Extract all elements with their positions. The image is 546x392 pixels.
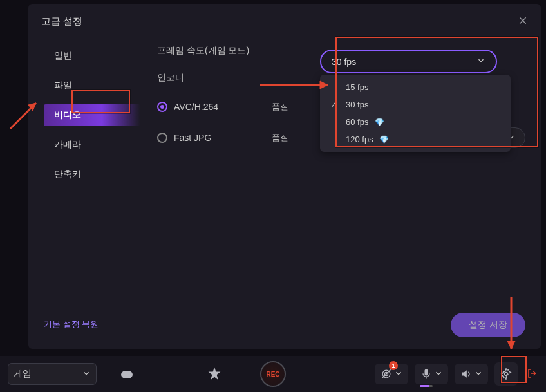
sidebar-item-general[interactable]: 일반 [44, 45, 140, 67]
record-label: REC [266, 371, 279, 378]
sidebar-item-video[interactable]: 비디오 [44, 104, 140, 126]
check-icon: ✓ [330, 100, 337, 109]
quality-label: 품질 [272, 101, 288, 113]
panel-header: 고급 설정 [28, 4, 541, 37]
sidebar-item-shortcut[interactable]: 단축키 [44, 163, 140, 185]
close-icon[interactable] [518, 15, 528, 28]
framerate-option-120[interactable]: 120 fps 💎 [320, 131, 511, 148]
reset-link[interactable]: 기본 설정 복원 [44, 319, 99, 331]
record-button[interactable]: REC [260, 361, 286, 387]
framerate-option-30[interactable]: ✓ 30 fps [320, 96, 511, 113]
encoder-radio-avc[interactable]: AVC/H.264 [157, 102, 218, 112]
chevron-down-icon [474, 369, 483, 380]
svg-rect-11 [425, 369, 428, 376]
encoder-label: 인코더 [157, 72, 267, 84]
sidebar-item-camera[interactable]: 카메라 [44, 134, 140, 156]
sidebar-item-label: 카메라 [54, 139, 81, 149]
mic-level-bar [420, 385, 433, 387]
svg-point-5 [129, 373, 130, 375]
option-label: 60 fps [346, 117, 368, 127]
quality-label: 품질 [272, 132, 288, 144]
chevron-down-icon [82, 369, 91, 380]
chevron-down-icon [476, 56, 485, 67]
sidebar-item-label: 단축키 [54, 169, 81, 179]
panel-footer: 기본 설정 복원 설정 저장 [44, 313, 525, 337]
settings-gear-button[interactable] [494, 362, 518, 386]
sidebar-item-label: 일반 [54, 50, 72, 61]
framerate-option-60[interactable]: 60 fps 💎 [320, 113, 511, 131]
divider [106, 364, 106, 384]
region-star-icon[interactable] [203, 362, 226, 386]
sidebar-item-label: 파일 [54, 80, 72, 90]
webcam-toggle[interactable]: 1 [375, 364, 408, 384]
encoder-option-label: Fast JPG [174, 133, 211, 143]
gamepad-icon[interactable] [115, 362, 138, 386]
sidebar-item-file[interactable]: 파일 [44, 75, 140, 97]
panel-title: 고급 설정 [41, 15, 82, 28]
right-controls: 1 [375, 362, 538, 386]
framerate-dropdown: 15 fps ✓ 30 fps 60 fps 💎 120 fps 💎 [320, 75, 511, 152]
option-label: 15 fps [346, 82, 368, 92]
framerate-label: 프레임 속도(게임 모드) [157, 45, 267, 57]
svg-marker-13 [462, 370, 467, 378]
encoder-radio-fastjpg[interactable]: Fast JPG [157, 133, 211, 143]
source-label: 게임 [14, 368, 32, 380]
option-label: 120 fps [346, 135, 373, 144]
svg-point-6 [130, 375, 131, 376]
premium-diamond-icon: 💎 [375, 118, 384, 127]
premium-diamond-icon: 💎 [379, 135, 389, 144]
recording-source-select[interactable]: 게임 [8, 363, 97, 385]
speaker-toggle[interactable] [455, 364, 488, 384]
webcam-badge: 1 [389, 361, 398, 370]
mic-toggle[interactable] [415, 364, 448, 384]
option-label: 30 fps [346, 100, 368, 109]
framerate-selected-value: 30 fps [332, 57, 356, 67]
sidebar-item-label: 비디오 [54, 109, 81, 120]
svg-line-10 [382, 369, 390, 378]
settings-sidebar: 일반 파일 비디오 카메라 단축키 [44, 45, 140, 193]
chevron-down-icon [394, 369, 403, 380]
framerate-select[interactable]: 30 fps [320, 50, 497, 73]
chevron-down-icon [434, 369, 443, 380]
encoder-option-label: AVC/H.264 [174, 102, 218, 112]
framerate-option-15[interactable]: 15 fps [320, 79, 511, 96]
app-bar: 게임 REC 1 [0, 356, 546, 392]
svg-marker-7 [210, 369, 220, 379]
exit-icon[interactable] [527, 368, 538, 381]
save-button[interactable]: 설정 저장 [451, 313, 525, 337]
